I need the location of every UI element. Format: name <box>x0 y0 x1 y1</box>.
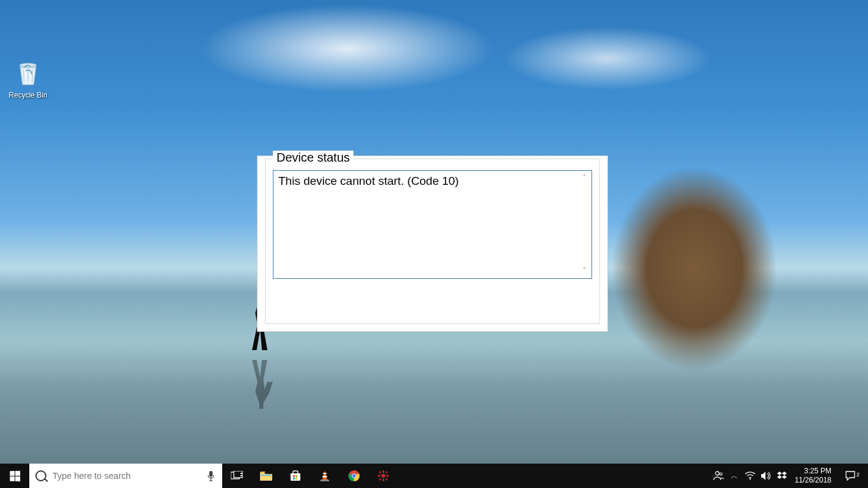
search-input[interactable] <box>52 471 216 481</box>
svg-rect-8 <box>295 475 297 477</box>
desktop-icon-label: Recycle Bin <box>5 91 51 99</box>
microsoft-store-button[interactable] <box>281 464 310 488</box>
svg-point-27 <box>720 473 722 475</box>
people-icon <box>713 470 724 481</box>
svg-point-15 <box>352 474 356 478</box>
vlc-icon <box>319 470 330 482</box>
device-status-legend: Device status <box>273 151 353 165</box>
gear-red-icon <box>377 470 389 482</box>
device-status-message: This device cannot start. (Code 10) <box>278 174 459 187</box>
scrollbar[interactable]: ˄ ˅ <box>577 171 591 278</box>
wifi-icon <box>745 472 756 480</box>
system-tray: ︿ 3:25 PM 11/26/2018 2 <box>711 464 868 488</box>
svg-rect-19 <box>383 479 384 481</box>
chevron-up-icon: ︿ <box>731 471 738 481</box>
notification-icon <box>845 470 856 481</box>
dropbox-icon <box>777 471 787 481</box>
people-button[interactable] <box>711 464 726 488</box>
task-view-button[interactable] <box>222 464 251 488</box>
svg-rect-6 <box>261 475 272 476</box>
tray-overflow-button[interactable]: ︿ <box>726 464 742 488</box>
windows-logo-icon <box>10 470 20 481</box>
svg-rect-7 <box>293 475 295 477</box>
start-button[interactable] <box>0 464 29 488</box>
svg-point-26 <box>715 472 719 475</box>
device-status-groupbox: Device status This device cannot start. … <box>265 159 600 324</box>
cortana-icon <box>35 470 46 481</box>
clock-time: 3:25 PM <box>804 467 831 476</box>
vlc-button[interactable] <box>310 464 339 488</box>
recycle-bin-icon <box>14 58 42 86</box>
svg-rect-10 <box>295 478 297 479</box>
svg-rect-21 <box>386 475 389 476</box>
device-status-dialog: Device status This device cannot start. … <box>257 156 608 332</box>
svg-rect-3 <box>234 471 243 478</box>
svg-rect-11 <box>323 473 326 475</box>
dropbox-button[interactable] <box>774 464 790 488</box>
speaker-icon <box>761 471 772 481</box>
clock-date: 11/26/2018 <box>795 476 831 485</box>
chrome-button[interactable] <box>339 464 369 488</box>
microphone-icon[interactable] <box>207 470 215 481</box>
svg-point-17 <box>382 474 385 478</box>
wifi-button[interactable] <box>742 464 758 488</box>
store-icon <box>289 470 302 482</box>
app-red-button[interactable] <box>369 464 398 488</box>
notification-count: 2 <box>856 472 859 478</box>
desktop-icon-recycle-bin[interactable]: Recycle Bin <box>5 58 51 99</box>
svg-rect-5 <box>241 475 242 476</box>
device-status-textbox[interactable]: This device cannot start. (Code 10) ˄ ˅ <box>273 170 592 279</box>
folder-icon <box>259 470 273 481</box>
svg-point-28 <box>750 478 751 479</box>
svg-rect-1 <box>209 471 212 477</box>
action-center-button[interactable]: 2 <box>836 470 864 481</box>
taskbar: ︿ 3:25 PM 11/26/2018 2 <box>0 464 868 488</box>
taskbar-search[interactable] <box>29 464 222 488</box>
task-view-icon <box>231 471 243 481</box>
volume-button[interactable] <box>758 464 774 488</box>
file-explorer-button[interactable] <box>251 464 281 488</box>
taskbar-clock[interactable]: 3:25 PM 11/26/2018 <box>790 467 836 485</box>
svg-rect-4 <box>241 473 242 474</box>
svg-rect-12 <box>322 476 327 478</box>
svg-rect-9 <box>293 478 295 479</box>
chrome-icon <box>348 470 360 482</box>
svg-rect-20 <box>378 475 380 476</box>
scroll-up-icon[interactable]: ˄ <box>582 173 587 183</box>
scroll-down-icon[interactable]: ˅ <box>582 266 587 276</box>
svg-rect-18 <box>383 470 384 473</box>
